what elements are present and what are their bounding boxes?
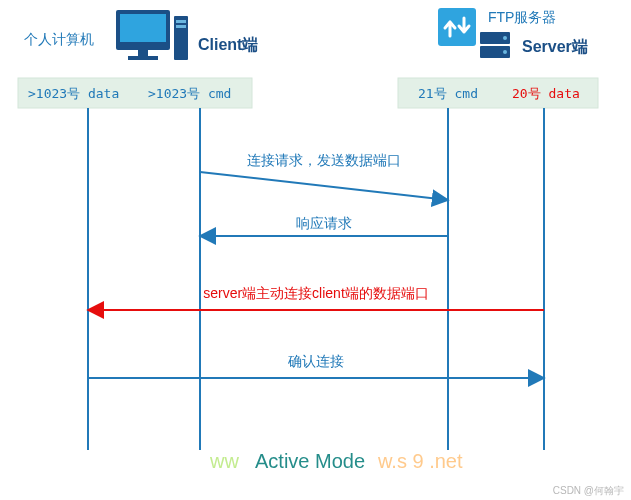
client-ports: >1023号 data >1023号 cmd <box>18 78 252 108</box>
attribution: CSDN @何翰宇 <box>553 485 624 496</box>
msg4-label: 确认连接 <box>287 353 344 369</box>
msg1-arrow <box>200 172 448 200</box>
svg-rect-7 <box>438 8 476 46</box>
svg-rect-6 <box>176 25 186 28</box>
client-port-cmd: >1023号 cmd <box>148 86 231 101</box>
server-cn-label: FTP服务器 <box>488 9 556 25</box>
transfer-icon <box>438 8 476 46</box>
title-row: ww Active Mode w.s 9 .net <box>209 450 463 472</box>
computer-icon <box>116 10 188 60</box>
server-icon <box>480 32 510 58</box>
client-header: 个人计算机 Client端 <box>24 10 258 60</box>
client-cn-label: 个人计算机 <box>24 31 94 47</box>
client-en-label: Client端 <box>198 36 258 53</box>
svg-rect-2 <box>138 50 148 56</box>
diagram-title: Active Mode <box>255 450 365 472</box>
client-port-data: >1023号 data <box>28 86 119 101</box>
svg-rect-3 <box>128 56 158 60</box>
server-port-data: 20号 data <box>512 86 580 101</box>
svg-point-11 <box>503 50 507 54</box>
msg3-label: server端主动连接client端的数据端口 <box>203 285 429 301</box>
server-port-cmd: 21号 cmd <box>418 86 478 101</box>
svg-rect-5 <box>176 20 186 23</box>
svg-point-10 <box>503 36 507 40</box>
svg-rect-1 <box>120 14 166 42</box>
msg1-label: 连接请求，发送数据端口 <box>247 152 401 168</box>
server-ports: 21号 cmd 20号 data <box>398 78 598 108</box>
msg2-label: 响应请求 <box>296 215 352 231</box>
watermark-right: w.s 9 .net <box>377 450 463 472</box>
watermark-left: ww <box>209 450 239 472</box>
server-header: FTP服务器 Server端 <box>438 8 588 58</box>
server-en-label: Server端 <box>522 38 588 55</box>
